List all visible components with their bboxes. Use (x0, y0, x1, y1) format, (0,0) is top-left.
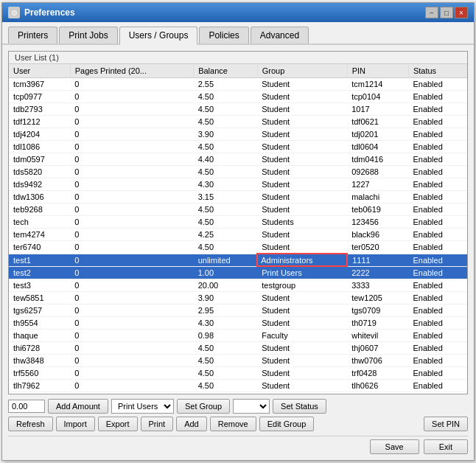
tab-print-jobs[interactable]: Print Jobs (59, 27, 117, 43)
table-row[interactable]: tem427404.25Studentblack96Enabled (9, 229, 467, 241)
edit-group-button[interactable]: Edit Group (259, 417, 315, 431)
table-row[interactable]: tcp097704.50Studenttcp0104Enabled (9, 91, 467, 103)
refresh-button[interactable]: Refresh (8, 417, 53, 431)
table-row[interactable]: tech04.50Students123456Enabled (9, 216, 467, 229)
print-button[interactable]: Print (141, 417, 174, 431)
table-container[interactable]: User Pages Printed (20... Balance Group … (9, 64, 467, 394)
table-row[interactable]: tew585103.90Studenttew1205Enabled (9, 292, 467, 304)
table-row[interactable]: tj556004.50Studenttjl1009Enabled (9, 392, 467, 394)
tab-advanced[interactable]: Advanced (251, 27, 309, 43)
col-status[interactable]: Status (408, 64, 467, 78)
user-table: User Pages Printed (20... Balance Group … (9, 64, 467, 394)
table-row[interactable]: tdf121204.50Studenttdf0621Enabled (9, 116, 467, 128)
maximize-button[interactable]: □ (440, 7, 453, 18)
table-row[interactable]: ter674004.50Studentter0520Enabled (9, 241, 467, 254)
col-user[interactable]: User (9, 64, 70, 78)
set-group-button[interactable]: Set Group (177, 399, 230, 414)
table-row[interactable]: test10unlimitedAdministrators1111Enabled (9, 254, 467, 266)
col-group[interactable]: Group (257, 64, 347, 78)
tabs-bar: Printers Print Jobs Users / Groups Polic… (2, 22, 474, 45)
table-row[interactable]: tlh796204.50Studenttlh0626Enabled (9, 380, 467, 392)
col-balance[interactable]: Balance (194, 64, 258, 78)
tab-users-groups[interactable]: Users / Groups (119, 27, 198, 45)
table-header-row: User Pages Printed (20... Balance Group … (9, 64, 467, 78)
table-row[interactable]: tds949204.30Student1227Enabled (9, 178, 467, 191)
add-amount-button[interactable]: Add Amount (48, 399, 108, 414)
table-row[interactable]: teb926804.50Studentteb0619Enabled (9, 203, 467, 216)
group-title: User List (1) (9, 52, 467, 64)
save-button[interactable]: Save (370, 439, 419, 454)
table-row[interactable]: test3020.00testgroup3333Enabled (9, 279, 467, 292)
minimize-button[interactable]: − (425, 7, 438, 18)
table-row[interactable]: tgs625702.95Studenttgs0709Enabled (9, 304, 467, 317)
table-row[interactable]: tdj420403.90Studenttdj0201Enabled (9, 128, 467, 141)
user-list-group: User List (1) User Pages Printed (20... … (8, 51, 468, 394)
title-controls: − □ × (425, 7, 468, 18)
control-row-2: Refresh Import Export Print Add Remove E… (8, 417, 468, 431)
table-row[interactable]: trf556004.50Studenttrf0428Enabled (9, 367, 467, 380)
tab-printers[interactable]: Printers (8, 27, 57, 43)
print-users-dropdown-wrapper: Print Users (111, 399, 174, 414)
table-row[interactable]: tcm396702.55Studenttcm1214Enabled (9, 78, 467, 91)
print-users-select[interactable]: Print Users (111, 399, 174, 414)
app-icon: ⚙ (8, 7, 20, 18)
col-pages[interactable]: Pages Printed (20... (70, 64, 193, 78)
main-content: User List (1) User Pages Printed (20... … (2, 45, 474, 460)
status-row: Save Exit (8, 436, 468, 454)
table-row[interactable]: thw384804.50Studentthw0706Enabled (9, 355, 467, 367)
group-select[interactable] (233, 399, 270, 414)
window-title: Preferences (24, 7, 75, 18)
remove-button[interactable]: Remove (210, 417, 256, 431)
exit-button[interactable]: Exit (424, 439, 468, 454)
table-row[interactable]: thaque00.98FacultywhitevilEnabled (9, 330, 467, 342)
table-row[interactable]: th955404.30Studentth0719Enabled (9, 317, 467, 330)
table-row[interactable]: tdb279304.50Student1017Enabled (9, 103, 467, 116)
export-button[interactable]: Export (98, 417, 138, 431)
import-button[interactable]: Import (56, 417, 95, 431)
control-row-1: Add Amount Print Users Set Group Set Sta… (8, 399, 468, 414)
preferences-window: ⚙ Preferences − □ × Printers Print Jobs … (1, 2, 475, 461)
table-row[interactable]: test201.00Print Users2222Enabled (9, 266, 467, 279)
amount-input[interactable] (8, 400, 45, 413)
table-row[interactable]: tdw130603.15StudentmalachiEnabled (9, 191, 467, 203)
table-row[interactable]: tdl108604.50Studenttdl0604Enabled (9, 141, 467, 153)
table-row[interactable]: tds582004.50Student092688Enabled (9, 166, 467, 178)
title-bar: ⚙ Preferences − □ × (2, 3, 474, 22)
col-pin[interactable]: PIN (347, 64, 408, 78)
title-bar-left: ⚙ Preferences (8, 7, 75, 18)
table-row[interactable]: tdm059704.40Studenttdm0416Enabled (9, 153, 467, 166)
close-button[interactable]: × (455, 7, 468, 18)
set-status-button[interactable]: Set Status (273, 399, 326, 414)
add-button[interactable]: Add (176, 417, 207, 431)
bottom-controls: Add Amount Print Users Set Group Set Sta… (8, 399, 468, 454)
set-pin-button[interactable]: Set PIN (424, 417, 468, 431)
table-row[interactable]: thi672804.50Studentthj0607Enabled (9, 342, 467, 355)
table-body: tcm396702.55Studenttcm1214Enabledtcp0977… (9, 78, 467, 394)
tab-policies[interactable]: Policies (199, 27, 248, 43)
